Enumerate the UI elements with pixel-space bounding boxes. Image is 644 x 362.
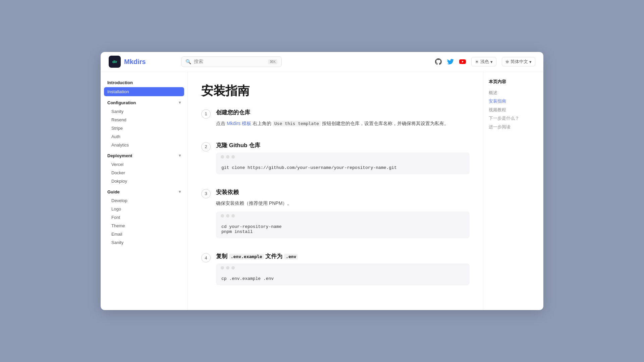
sidebar-item-font[interactable]: Font bbox=[101, 213, 187, 222]
step-3-title: 安装依赖 bbox=[216, 188, 470, 196]
step-1-title: 创建您的仓库 bbox=[216, 109, 470, 116]
theme-toggle[interactable]: ☀ 浅色 ▾ bbox=[471, 57, 496, 66]
step-2-code-block: git clone https://github.com/your-userna… bbox=[216, 153, 470, 174]
app-window: dir Mkdirs 🔍 搜索 ⌘K ☀ 浅色 ▾ bbox=[101, 52, 543, 310]
sidebar-item-installation[interactable]: Installation bbox=[104, 87, 184, 96]
step-number-2: 2 bbox=[201, 142, 211, 152]
step-4-title: 复制 .env.example 文件为 .env bbox=[216, 252, 470, 260]
code-block-header-4 bbox=[216, 263, 470, 272]
sidebar-item-email[interactable]: Email bbox=[101, 230, 187, 238]
use-this-template-code: Use this template bbox=[273, 121, 321, 126]
chevron-icon: ▾ bbox=[179, 153, 181, 158]
step-number-1: 1 bbox=[201, 109, 211, 119]
twitter-icon[interactable] bbox=[447, 58, 454, 65]
search-icon: 🔍 bbox=[185, 59, 191, 64]
youtube-icon[interactable] bbox=[459, 58, 466, 65]
step-4-code-block: cp .env.example .env bbox=[216, 263, 470, 285]
lang-icon: ※ bbox=[505, 59, 509, 64]
step-3: 3 安装依赖 确保安装依赖（推荐使用 PNPM）。 cd your-reposi… bbox=[201, 188, 470, 243]
step-number-3: 3 bbox=[201, 189, 211, 198]
env-example-code: .env.example bbox=[229, 254, 264, 259]
dot-2 bbox=[226, 266, 229, 269]
table-of-contents: 本页内容 概述 安装指南 视频教程 下一步是什么？ 进一步阅读 bbox=[483, 72, 543, 310]
step-2-title: 克隆 Github 仓库 bbox=[216, 141, 470, 149]
code-block-header bbox=[216, 153, 470, 161]
step-4-body: 复制 .env.example 文件为 .env cp .env.example… bbox=[216, 252, 470, 290]
theme-label: 浅色 bbox=[480, 59, 489, 65]
step-1-text: 点击 Mkdirs 模板 右上角的 Use this template 按钮创建… bbox=[216, 120, 470, 127]
dot-1 bbox=[221, 266, 224, 269]
logo-text: dir bbox=[112, 60, 117, 64]
sidebar: Introduction Installation Configuration … bbox=[101, 72, 188, 310]
header-right: ☀ 浅色 ▾ ※ 简体中文 ▾ bbox=[435, 57, 535, 66]
sidebar-item-resend[interactable]: Resend bbox=[101, 116, 187, 124]
step-1: 1 创建您的仓库 点击 Mkdirs 模板 右上角的 Use this temp… bbox=[201, 109, 470, 132]
sidebar-item-stripe[interactable]: Stripe bbox=[101, 124, 187, 132]
sidebar-item-vercel[interactable]: Vercel bbox=[101, 160, 187, 169]
sun-icon: ☀ bbox=[475, 59, 479, 64]
toc-item-next-steps[interactable]: 下一步是什么？ bbox=[489, 114, 538, 123]
chevron-icon: ▾ bbox=[179, 189, 181, 194]
step-3-code-block: cd your-repository-name pnpm install bbox=[216, 212, 470, 238]
dot-2 bbox=[226, 155, 229, 159]
sidebar-item-develop[interactable]: Develop bbox=[101, 196, 187, 205]
language-toggle[interactable]: ※ 简体中文 ▾ bbox=[502, 57, 535, 66]
step-4: 4 复制 .env.example 文件为 .env cp .env.examp… bbox=[201, 252, 470, 290]
sidebar-item-docker[interactable]: Docker bbox=[101, 169, 187, 177]
sidebar-section-introduction[interactable]: Introduction bbox=[101, 79, 187, 87]
sidebar-item-analytics[interactable]: Analytics bbox=[101, 141, 187, 149]
logo-box: dir bbox=[109, 56, 121, 68]
search-kbd: ⌘K bbox=[268, 59, 277, 64]
logo-area: dir Mkdirs bbox=[109, 56, 176, 68]
chevron-down-icon: ▾ bbox=[529, 59, 532, 64]
toc-item-further-reading[interactable]: 进一步阅读 bbox=[489, 123, 538, 132]
sidebar-item-auth[interactable]: Auth bbox=[101, 132, 187, 141]
site-title[interactable]: Mkdirs bbox=[124, 58, 146, 66]
step-number-4: 4 bbox=[201, 253, 211, 262]
step-2-code: git clone https://github.com/your-userna… bbox=[216, 161, 470, 174]
sidebar-item-logo[interactable]: Logo bbox=[101, 205, 187, 213]
github-icon[interactable] bbox=[435, 58, 442, 65]
sidebar-section-deployment[interactable]: Deployment ▾ bbox=[101, 152, 187, 160]
dot-3 bbox=[231, 266, 235, 269]
toc-title: 本页内容 bbox=[489, 79, 538, 85]
sidebar-item-theme[interactable]: Theme bbox=[101, 222, 187, 230]
dot-1 bbox=[221, 155, 224, 159]
dot-2 bbox=[226, 214, 229, 218]
toc-item-install-guide[interactable]: 安装指南 bbox=[489, 97, 538, 106]
toc-item-overview[interactable]: 概述 bbox=[489, 89, 538, 98]
toc-item-video-tutorial[interactable]: 视频教程 bbox=[489, 106, 538, 115]
chevron-down-icon: ▾ bbox=[490, 59, 493, 64]
sidebar-item-dokploy[interactable]: Dokploy bbox=[101, 177, 187, 185]
main-content: 安装指南 1 创建您的仓库 点击 Mkdirs 模板 右上角的 Use this… bbox=[188, 72, 483, 310]
dot-3 bbox=[231, 155, 235, 159]
step-3-text: 确保安装依赖（推荐使用 PNPM）。 bbox=[216, 199, 470, 207]
sidebar-item-sanity-config[interactable]: Sanity bbox=[101, 107, 187, 116]
step-3-code: cd your-repository-name pnpm install bbox=[216, 220, 470, 238]
header: dir Mkdirs 🔍 搜索 ⌘K ☀ 浅色 ▾ bbox=[101, 52, 543, 72]
code-block-header-3 bbox=[216, 212, 470, 220]
step-1-body: 创建您的仓库 点击 Mkdirs 模板 右上角的 Use this templa… bbox=[216, 109, 470, 132]
env-code: .env bbox=[284, 254, 298, 259]
sidebar-section-configuration[interactable]: Configuration ▾ bbox=[101, 99, 187, 107]
step-2: 2 克隆 Github 仓库 git clone https://github.… bbox=[201, 141, 470, 179]
step-2-body: 克隆 Github 仓库 git clone https://github.co… bbox=[216, 141, 470, 179]
search-bar[interactable]: 🔍 搜索 ⌘K bbox=[181, 56, 282, 67]
step-4-code: cp .env.example .env bbox=[216, 272, 470, 285]
dot-1 bbox=[221, 214, 224, 218]
body-layout: Introduction Installation Configuration … bbox=[101, 72, 543, 310]
sidebar-section-guide[interactable]: Guide ▾ bbox=[101, 188, 187, 196]
search-placeholder: 搜索 bbox=[194, 59, 203, 65]
page-title: 安装指南 bbox=[201, 83, 470, 99]
dot-3 bbox=[231, 214, 235, 218]
chevron-icon: ▾ bbox=[179, 100, 181, 105]
lang-label: 简体中文 bbox=[511, 59, 528, 65]
mkdirs-template-link[interactable]: Mkdirs 模板 bbox=[227, 121, 251, 126]
sidebar-item-sanity-guide[interactable]: Sanity bbox=[101, 238, 187, 247]
step-3-body: 安装依赖 确保安装依赖（推荐使用 PNPM）。 cd your-reposito… bbox=[216, 188, 470, 243]
